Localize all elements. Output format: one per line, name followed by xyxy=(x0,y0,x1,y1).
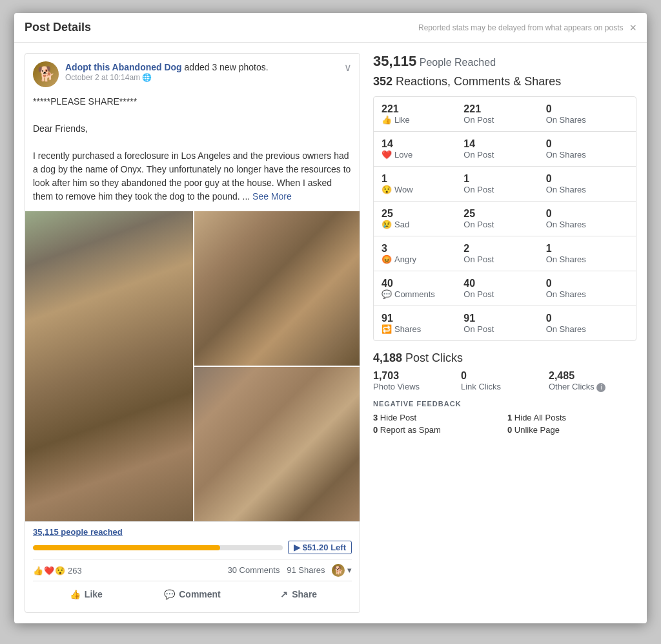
modal-body: 🐕 Adopt this Abandoned Dog added 3 new p… xyxy=(14,43,647,623)
reaction-row-love: 14 ❤️ Love 14 On Post 0 On Shares xyxy=(374,132,636,167)
post-share-line: *****PLEASE SHARE***** xyxy=(33,95,352,109)
other-clicks-info-icon[interactable]: i xyxy=(596,383,605,392)
on-shares-cell: 0 On Shares xyxy=(546,313,628,334)
wow-icon: 😯 xyxy=(55,566,65,576)
negative-feedback-section: NEGATIVE FEEDBACK 3 Hide Post 1 Hide All… xyxy=(373,400,636,435)
share-dropdown-icon[interactable]: ▾ xyxy=(347,565,352,575)
like-thumb-icon: 👍 xyxy=(70,589,81,599)
post-clicks-title: 4,188 Post Clicks xyxy=(373,351,636,365)
modal-header: Post Details Reported stats may be delay… xyxy=(14,13,647,43)
reaction-row-comments: 40 💬 Comments 40 On Post 0 On Shares xyxy=(374,271,636,306)
people-reached-label: People Reached xyxy=(420,57,496,68)
post-body-text: Dear Friends,I recently purchased a fore… xyxy=(33,122,352,203)
people-reached-stat: 35,115 People Reached xyxy=(373,53,636,70)
hide-post-label: Hide Post xyxy=(380,413,416,422)
negative-feedback-grid: 3 Hide Post 1 Hide All Posts 0 Report as… xyxy=(373,413,636,435)
reaction-row-sad: 25 😢 Sad 25 On Post 0 On Shares xyxy=(374,202,636,236)
post-images-right xyxy=(194,211,360,521)
boost-bar xyxy=(33,545,283,550)
shares-emoji-icon: 🔁 xyxy=(381,324,392,334)
comments-emoji-icon: 💬 xyxy=(381,289,392,299)
like-icon: 👍 xyxy=(33,566,43,576)
modal-header-note: Reported stats may be delayed from what … xyxy=(418,23,624,32)
reaction-icons: 👍 ❤️ 😯 xyxy=(33,566,65,576)
share-button[interactable]: ↗ Share xyxy=(245,584,352,605)
boost-label[interactable]: ▶ $51.20 Left xyxy=(288,541,352,554)
close-button[interactable]: × xyxy=(629,22,636,34)
reaction-count-cell: 40 💬 Comments xyxy=(381,278,463,299)
reaction-count-cell: 14 ❤️ Love xyxy=(381,138,463,160)
boost-bar-container: ▶ $51.20 Left xyxy=(33,541,352,554)
on-post-cell: 1 On Post xyxy=(463,173,545,194)
love-emoji-icon: ❤️ xyxy=(381,150,392,160)
on-shares-cell: 0 On Shares xyxy=(546,138,628,160)
love-icon: ❤️ xyxy=(44,566,54,576)
like-emoji-icon: 👍 xyxy=(381,115,392,125)
on-shares-cell: 0 On Shares xyxy=(546,103,628,125)
reaction-count-cell: 25 😢 Sad xyxy=(381,208,463,229)
post-image-top-right xyxy=(194,211,360,366)
shares-count[interactable]: 91 Shares xyxy=(287,565,325,575)
post-text: *****PLEASE SHARE***** Dear Friends,I re… xyxy=(25,95,360,211)
reaction-row-shares: 91 🔁 Shares 91 On Post 0 On Shares xyxy=(374,306,636,340)
post-author-line: Adopt this Abandoned Dog added 3 new pho… xyxy=(65,61,338,73)
reaction-row-angry: 3 😡 Angry 2 On Post 1 On Shares xyxy=(374,236,636,271)
post-image-bottom-right xyxy=(194,367,360,521)
other-clicks-label: Other Clicks i xyxy=(549,382,636,392)
unlike-page-item: 0 Unlike Page xyxy=(507,425,636,435)
avatar: 🐕 xyxy=(33,61,59,87)
like-button[interactable]: 👍 Like xyxy=(33,584,139,605)
wow-emoji-icon: 😯 xyxy=(381,185,392,194)
post-meta: Adopt this Abandoned Dog added 3 new pho… xyxy=(65,61,338,82)
sad-emoji-icon: 😢 xyxy=(381,220,392,229)
on-post-cell: 40 On Post xyxy=(463,278,545,299)
reaction-count-cell: 91 🔁 Shares xyxy=(381,313,463,334)
negative-feedback-title: NEGATIVE FEEDBACK xyxy=(373,400,636,408)
post-images xyxy=(25,211,360,521)
report-spam-item: 0 Report as Spam xyxy=(373,425,502,435)
people-reached-link[interactable]: 35,115 people reached xyxy=(33,527,352,537)
photo-views-cell: 1,703 Photo Views xyxy=(373,370,461,392)
report-spam-label: Report as Spam xyxy=(380,425,441,435)
comment-button[interactable]: 💬 Comment xyxy=(139,584,246,605)
unlike-page-label: Unlike Page xyxy=(514,425,560,435)
reaction-row-wow: 1 😯 Wow 1 On Post 0 On Shares xyxy=(374,167,636,202)
post-reactions-row: 👍 ❤️ 😯 263 30 Comments 91 Shares 🐕 ▾ xyxy=(33,559,352,581)
post-clicks-section: 4,188 Post Clicks 1,703 Photo Views 0 Li… xyxy=(373,351,636,392)
clicks-row: 1,703 Photo Views 0 Link Clicks 2,485 Ot… xyxy=(373,370,636,392)
reaction-count-cell: 3 😡 Angry xyxy=(381,243,463,264)
reactions-left: 👍 ❤️ 😯 263 xyxy=(33,566,82,576)
post-time: October 2 at 10:14am 🌐 xyxy=(65,73,338,82)
reactions-section-title: 352 Reactions, Comments & Shares xyxy=(373,75,636,88)
stats-panel: 35,115 People Reached 352 Reactions, Com… xyxy=(373,53,636,613)
on-shares-cell: 1 On Shares xyxy=(546,243,628,264)
link-clicks-cell: 0 Link Clicks xyxy=(461,370,549,392)
reaction-row-like: 221 👍 Like 221 On Post 0 On Shares xyxy=(374,97,636,132)
comment-icon: 💬 xyxy=(164,589,175,599)
on-post-cell: 221 On Post xyxy=(463,103,545,125)
on-post-cell: 91 On Post xyxy=(463,313,545,334)
people-reached-number: 35,115 xyxy=(373,53,416,69)
on-shares-cell: 0 On Shares xyxy=(546,208,628,229)
modal-header-right: Reported stats may be delayed from what … xyxy=(418,22,636,34)
post-footer: 35,115 people reached ▶ $51.20 Left 👍 ❤️… xyxy=(25,521,360,612)
post-author-action: added 3 new photos. xyxy=(182,62,269,72)
on-shares-cell: 0 On Shares xyxy=(546,278,628,299)
hide-all-posts-label: Hide All Posts xyxy=(514,413,566,422)
see-more-link[interactable]: See More xyxy=(252,191,292,202)
modal-title: Post Details xyxy=(25,21,91,34)
share-icon: ↗ xyxy=(280,589,288,599)
post-author[interactable]: Adopt this Abandoned Dog xyxy=(65,62,182,72)
on-post-cell: 2 On Post xyxy=(463,243,545,264)
angry-emoji-icon: 😡 xyxy=(381,254,392,264)
post-chevron-icon[interactable]: ∨ xyxy=(344,61,352,74)
reactions-count: 263 xyxy=(68,566,82,576)
other-clicks-cell: 2,485 Other Clicks i xyxy=(549,370,636,392)
comments-count[interactable]: 30 Comments xyxy=(228,565,280,575)
on-shares-cell: 0 On Shares xyxy=(546,173,628,194)
post-header: 🐕 Adopt this Abandoned Dog added 3 new p… xyxy=(25,54,360,95)
on-post-cell: 25 On Post xyxy=(463,208,545,229)
post-actions: 👍 Like 💬 Comment ↗ Share xyxy=(33,581,352,607)
post-details-modal: Post Details Reported stats may be delay… xyxy=(14,13,647,623)
on-post-cell: 14 On Post xyxy=(463,138,545,160)
